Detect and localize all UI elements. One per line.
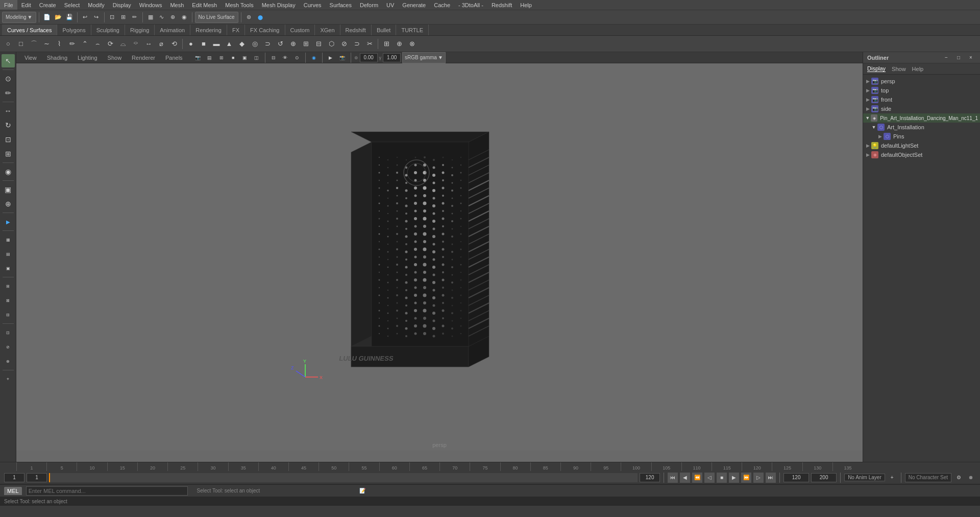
show-menu-btn[interactable]: Show — [104, 54, 126, 62]
script-editor-btn[interactable]: 📝 — [357, 486, 368, 496]
menu-edit-mesh[interactable]: Edit Mesh — [188, 0, 221, 10]
outliner-close-btn[interactable]: × — [966, 53, 976, 63]
menu-mesh-tools[interactable]: Mesh Tools — [221, 0, 257, 10]
menu-windows[interactable]: Windows — [135, 0, 166, 10]
outliner-item-front[interactable]: ▶ 📷 front — [863, 95, 980, 104]
layout-btn-1[interactable]: ▦ — [2, 233, 15, 246]
camera-select-btn[interactable]: 📷 — [193, 53, 203, 63]
tab-fx-caching[interactable]: FX Caching — [245, 25, 285, 35]
grid-display-btn[interactable]: ⊟ — [268, 53, 279, 63]
circle-tool-btn[interactable]: ○ — [2, 38, 14, 50]
exposure-input[interactable]: 0.00 — [360, 53, 378, 62]
selection-highlight-btn[interactable]: ◉ — [309, 53, 319, 63]
auto-key-btn[interactable]: ⏺ — [966, 473, 976, 483]
select-by-component-btn[interactable]: ⊞ — [118, 12, 129, 22]
deform-wrap-btn[interactable]: ⊗ — [406, 38, 418, 50]
outliner-minimize-btn[interactable]: − — [941, 53, 951, 63]
select-tool-btn[interactable]: ↖ — [2, 54, 15, 67]
display-mode-btn[interactable]: ▤ — [205, 53, 215, 63]
menu-generate[interactable]: Generate — [398, 0, 430, 10]
tab-bullet[interactable]: Bullet — [372, 25, 397, 35]
end-frame-input[interactable]: 120 — [640, 473, 660, 482]
soft-select-btn[interactable]: ◉ — [2, 165, 15, 178]
construction-history-btn[interactable]: ⊚ — [244, 12, 254, 22]
tab-animation[interactable]: Animation — [155, 25, 190, 35]
misc-btn-5[interactable]: ⊘ — [2, 340, 15, 354]
rebuild-curve-btn[interactable]: ⟲ — [168, 38, 180, 50]
anim-layer-dropdown[interactable]: No Anim Layer — [844, 474, 885, 481]
menu-mesh-display[interactable]: Mesh Display — [258, 0, 300, 10]
skip-to-end-btn[interactable]: ⏭ — [766, 473, 776, 483]
prev-key-btn[interactable]: ⏪ — [692, 473, 702, 483]
nurbs-cone-btn[interactable]: ▲ — [223, 38, 235, 50]
paint-select-btn[interactable]: ✏ — [130, 12, 140, 22]
snap-to-grid-btn[interactable]: ▦ — [145, 12, 156, 22]
color-space-dropdown[interactable]: sRGB gamma ▼ — [402, 52, 446, 63]
gamma-input[interactable]: 1.00 — [383, 53, 401, 62]
outliner-tab-help[interactable]: Help — [912, 66, 924, 72]
ep-curve-btn[interactable]: ⌇ — [53, 38, 65, 50]
range-end-max-input[interactable]: 200 — [811, 473, 837, 482]
prev-frame-btn[interactable]: ◀ — [680, 473, 690, 483]
nurbs-cylinder-btn[interactable]: ▬ — [210, 38, 223, 50]
trim-btn[interactable]: ✂ — [363, 38, 376, 50]
snapshot-btn[interactable]: 📸 — [337, 53, 348, 63]
live-surface-btn[interactable]: No Live Surface — [195, 12, 238, 23]
menu-redshift[interactable]: Redshift — [487, 0, 516, 10]
tab-xgen[interactable]: XGen — [315, 25, 340, 35]
iso-line-btn[interactable]: ◫ — [252, 53, 262, 63]
menu-cache[interactable]: Cache — [430, 0, 454, 10]
helical-btn[interactable]: ⟳ — [104, 38, 116, 50]
misc-btn-2[interactable]: ⊠ — [2, 294, 15, 307]
square-tool-btn[interactable]: □ — [15, 38, 27, 50]
nurbs-torus-btn[interactable]: ◎ — [249, 38, 261, 50]
menu-curves[interactable]: Curves — [300, 0, 326, 10]
wireframe-btn[interactable]: ⊞ — [216, 53, 227, 63]
menu-file[interactable]: File — [0, 0, 17, 10]
range-start-input[interactable]: 1 — [27, 473, 47, 482]
misc-btn-3[interactable]: ⊟ — [2, 308, 15, 321]
xray-btn[interactable]: ⊙ — [292, 53, 302, 63]
misc-btn-7[interactable]: + — [2, 372, 15, 386]
undo-btn[interactable]: ↩ — [80, 12, 90, 22]
redo-btn[interactable]: ↪ — [91, 12, 102, 22]
mel-tab[interactable]: MEL — [4, 487, 22, 495]
planar-btn[interactable]: ⊞ — [300, 38, 312, 50]
snap-to-view-btn[interactable]: ◉ — [179, 12, 189, 22]
play-forward-btn[interactable]: ▶ — [729, 473, 739, 483]
tab-sculpting[interactable]: Sculpting — [91, 25, 125, 35]
revolve-btn[interactable]: ↺ — [274, 38, 286, 50]
play-backward-btn[interactable]: ◁ — [704, 473, 715, 483]
menu-edit[interactable]: Edit — [17, 0, 35, 10]
misc-btn-1[interactable]: ⊞ — [2, 279, 15, 293]
menu-create[interactable]: Create — [35, 0, 60, 10]
loft-btn[interactable]: ⊃ — [261, 38, 274, 50]
shading-menu-btn[interactable]: Shading — [43, 54, 71, 62]
menu-mesh[interactable]: Mesh — [166, 0, 188, 10]
outliner-tab-display[interactable]: Display — [867, 65, 886, 72]
arc-tool-btn[interactable]: ⌒ — [28, 38, 40, 50]
rotate-tool-btn[interactable]: ↻ — [2, 119, 15, 132]
stop-btn[interactable]: ■ — [717, 473, 727, 483]
lighting-menu-btn[interactable]: Lighting — [74, 54, 102, 62]
tab-rigging[interactable]: Rigging — [125, 25, 155, 35]
deform-lattice-btn[interactable]: ⊞ — [380, 38, 393, 50]
three-pt-arc-btn[interactable]: ⌔ — [130, 38, 142, 50]
shaded-btn[interactable]: ■ — [228, 53, 238, 63]
render-preview-btn[interactable]: ⬤ — [255, 12, 265, 22]
pencil-curve-btn[interactable]: ✏ — [66, 38, 78, 50]
menu-display[interactable]: Display — [109, 0, 135, 10]
curve-tool-btn[interactable]: ∼ — [40, 38, 53, 50]
next-key-btn[interactable]: ⏩ — [741, 473, 751, 483]
outliner-item-side[interactable]: ▶ 📷 side — [863, 104, 980, 113]
next-frame-btn[interactable]: ▷ — [753, 473, 764, 483]
tab-rendering[interactable]: Rendering — [190, 25, 227, 35]
nurbs-sphere-btn[interactable]: ● — [185, 38, 197, 50]
renderer-menu-btn[interactable]: Renderer — [128, 54, 159, 62]
menu-uv[interactable]: UV — [382, 0, 398, 10]
snap-btn[interactable]: ⊕ — [2, 197, 15, 210]
two-pt-arc-btn[interactable]: ⌓ — [117, 38, 129, 50]
paint-select-tool-btn[interactable]: ✏ — [2, 86, 15, 100]
character-set-icon-btn[interactable]: ⚙ — [953, 473, 964, 483]
measure-tool-btn[interactable]: ↔ — [142, 38, 155, 50]
